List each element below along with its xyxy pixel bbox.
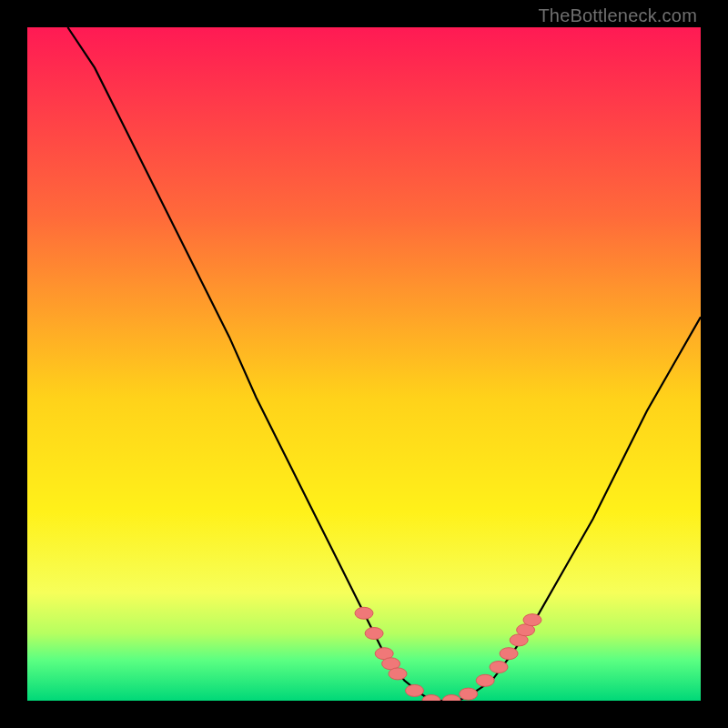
highlight-dot [523,614,541,626]
highlight-dot [406,684,424,696]
highlight-dot [365,628,383,640]
bottleneck-chart [27,27,701,701]
gradient-background [27,27,701,701]
highlight-dot [490,662,508,673]
plot-frame [27,27,701,701]
highlight-dot [389,668,407,680]
highlight-dot [460,688,478,700]
highlight-dot [476,674,494,686]
highlight-dot [500,648,518,660]
watermark-text: TheBottleneck.com [538,5,697,26]
highlight-dot [355,607,373,619]
